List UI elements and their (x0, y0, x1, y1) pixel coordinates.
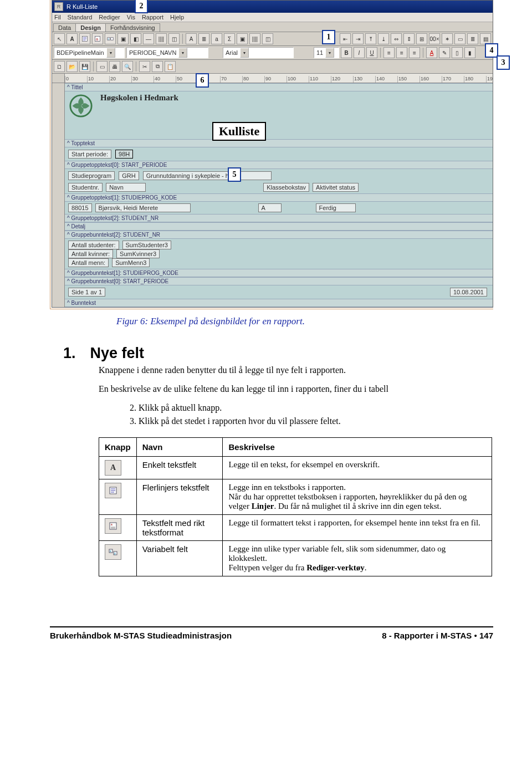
row-desc: Legge til en tekst, for eksempel en over… (223, 457, 492, 479)
tab-design[interactable]: Design (75, 23, 106, 32)
tool-memo-icon[interactable] (79, 33, 90, 44)
combo-size[interactable]: 11 ▾ (314, 47, 339, 58)
tool-variable-icon[interactable]: x (105, 33, 116, 44)
italic-icon[interactable]: I (354, 47, 365, 58)
paste-icon[interactable]: 📋 (165, 61, 176, 72)
highlight-icon[interactable]: ✎ (439, 47, 450, 58)
font-color-icon[interactable]: A (426, 47, 437, 58)
tool-shape-icon[interactable]: ◧ (130, 33, 141, 44)
tool-misc-2-icon[interactable]: ✶ (442, 33, 453, 44)
save-icon[interactable]: 💾 (79, 61, 90, 72)
field-studieprogram-label[interactable]: Studieprogram (68, 171, 115, 180)
field-start-periode-label[interactable]: Start periode: (68, 150, 111, 159)
field-klasse-value[interactable]: A (258, 203, 282, 212)
bold-icon[interactable]: B (341, 47, 352, 58)
space-horiz-icon[interactable]: ⇔ (391, 33, 402, 44)
page-setup-icon[interactable]: ▭ (96, 61, 108, 72)
step-item: Klikk på det stedet i rapporten hvor du … (139, 416, 493, 426)
menu-rapport[interactable]: Rapport (142, 14, 163, 21)
separator (182, 34, 183, 44)
field-antall-menn-value[interactable]: SumMenn3 (112, 258, 150, 267)
richtext-button-icon: a (105, 518, 121, 534)
section-heading: 1.Nye felt (63, 345, 493, 362)
combo-field[interactable]: PERIODE_NAVN ▾ (126, 47, 208, 58)
send-back-icon[interactable]: ▮ (464, 47, 475, 58)
report-title[interactable]: Kulliste (212, 122, 266, 141)
menu-vis[interactable]: Vis (127, 14, 135, 21)
tool-dbtext-icon[interactable]: A (186, 33, 197, 44)
callout-3: 3 (497, 55, 510, 70)
dropdown-icon[interactable]: ▾ (325, 48, 334, 58)
new-icon[interactable]: 🗋 (54, 61, 65, 72)
menu-fil[interactable]: Fil (54, 14, 61, 21)
tool-image-icon[interactable]: ▣ (117, 33, 129, 44)
field-date[interactable]: 10.08.2001 (450, 288, 487, 297)
menu-hjelp[interactable]: Hjelp (170, 14, 184, 21)
space-vert-icon[interactable]: ⇕ (403, 33, 415, 44)
underline-icon[interactable]: U (366, 47, 377, 58)
design-canvas[interactable]: ^ Tittel Høgskolen i Hedmark Kulliste ^ … (65, 83, 493, 307)
field-aktivitet-value[interactable]: Ferdig (316, 203, 356, 212)
tool-misc-1-icon[interactable]: 00× (429, 33, 440, 44)
align-top-edge-icon[interactable]: ⤒ (365, 33, 376, 44)
view-tabs: Data Design Forhåndsvisning (52, 22, 493, 32)
field-student-name[interactable]: Bjørsvik, Heidi Merete (95, 203, 191, 212)
field-antall-kv-value[interactable]: SumKvinner3 (116, 249, 160, 258)
field-aktivitet-label[interactable]: Aktivitet status (313, 183, 359, 192)
align-left-icon[interactable]: ≡ (383, 47, 395, 58)
tool-dbmemo-icon[interactable]: ≣ (198, 33, 209, 44)
tool-dbrich-icon[interactable]: a (211, 33, 222, 44)
center-horiz-icon[interactable]: ⊞ (416, 33, 427, 44)
field-antall-stud-label[interactable]: Antall studenter: (68, 241, 119, 249)
field-studieprogram-text[interactable]: Grunnutdanning i sykepleie - heltid (143, 171, 272, 180)
menu-rediger[interactable]: Rediger (99, 14, 120, 21)
preview-icon[interactable]: 🔍 (122, 61, 133, 72)
dropdown-icon[interactable]: ▾ (178, 48, 187, 58)
field-klasse-label[interactable]: Klassebokstav (263, 183, 309, 192)
align-left-edge-icon[interactable]: ⇤ (340, 33, 351, 44)
tool-dbbarcode-icon[interactable]: |||| (249, 33, 260, 44)
align-center-icon[interactable]: ≡ (396, 47, 407, 58)
cut-icon[interactable]: ✂ (139, 61, 150, 72)
field-studieprogram-code[interactable]: GRH (119, 171, 139, 180)
tool-text-icon[interactable]: A (66, 33, 78, 44)
tool-dbcalc-icon[interactable]: Σ (224, 33, 235, 44)
combo-datasource[interactable]: BDEPipelineMain ▾ (54, 47, 125, 58)
copy-icon[interactable]: ⧉ (152, 61, 163, 72)
bring-front-icon[interactable]: ▯ (452, 47, 463, 58)
combo-size-value: 11 (316, 49, 323, 56)
align-right-edge-icon[interactable]: ⇥ (352, 33, 364, 44)
tool-misc-5-icon[interactable]: ▤ (480, 33, 491, 44)
step-item: Klikk på aktuell knapp. (139, 403, 493, 413)
tool-dbchart-icon[interactable]: ◫ (262, 33, 273, 44)
dropdown-icon[interactable]: ▾ (106, 48, 115, 58)
combo-font[interactable]: Arial ▾ (223, 47, 294, 58)
field-navn-label[interactable]: Navn (106, 183, 146, 192)
tool-chart-icon[interactable]: ◫ (168, 33, 180, 44)
field-antall-menn-label[interactable]: Antall menn: (68, 258, 109, 267)
align-bottom-edge-icon[interactable]: ⤓ (378, 33, 389, 44)
tool-pointer-icon[interactable]: ↖ (54, 33, 65, 44)
print-icon[interactable]: 🖶 (109, 61, 120, 72)
tab-preview[interactable]: Forhåndsvisning (105, 23, 160, 32)
separator (423, 48, 423, 58)
tab-data[interactable]: Data (53, 23, 76, 32)
tool-richtext-icon[interactable]: a (92, 33, 103, 44)
tool-line-icon[interactable]: — (143, 33, 154, 44)
row-name: Enkelt tekstfelt (136, 457, 223, 479)
field-page-number[interactable]: Side 1 av 1 (68, 288, 105, 297)
field-antall-kv-label[interactable]: Antall kvinner: (68, 249, 113, 258)
tool-dbimage-icon[interactable]: ▣ (237, 33, 248, 44)
align-right-icon[interactable]: ≡ (409, 47, 420, 58)
field-student-id[interactable]: 88015 (68, 203, 92, 212)
menubar[interactable]: Fil Standard Rediger Vis Rapport Hjelp (52, 13, 493, 22)
tool-misc-3-icon[interactable]: ▭ (454, 33, 466, 44)
field-studentnr-label[interactable]: Studentnr. (68, 183, 103, 192)
tool-barcode-icon[interactable]: |||| (156, 33, 167, 44)
field-start-periode-value[interactable]: 98H (115, 150, 133, 159)
field-antall-stud-value[interactable]: SumStudenter3 (122, 241, 171, 249)
open-icon[interactable]: 📂 (66, 61, 78, 72)
menu-standard[interactable]: Standard (68, 14, 93, 21)
layers-icon[interactable]: ≣ (467, 33, 478, 44)
dropdown-icon[interactable]: ▾ (240, 48, 249, 58)
